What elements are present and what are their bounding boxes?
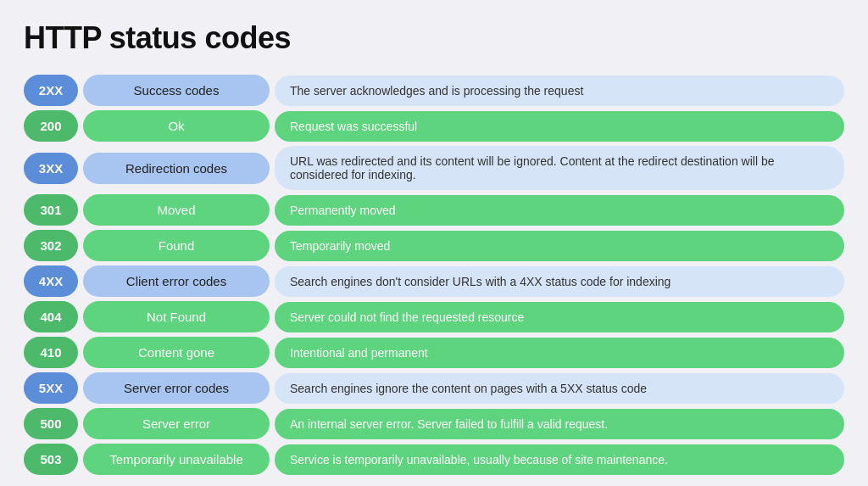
status-name: Content gone xyxy=(83,337,270,368)
table-row: 500Server errorAn internal server error.… xyxy=(24,408,844,439)
table-row: 410Content goneIntentional and permanent xyxy=(24,337,844,368)
status-code: 301 xyxy=(24,194,78,226)
status-name: Found xyxy=(83,230,270,261)
status-description: Intentional and permanent xyxy=(275,338,844,368)
status-code: 503 xyxy=(24,444,78,475)
status-description: Search engines ignore the content on pag… xyxy=(275,373,844,404)
status-code: 404 xyxy=(24,301,78,332)
status-description: URL was redirected and its content will … xyxy=(275,146,844,190)
status-code: 200 xyxy=(24,110,78,142)
status-description: The server acknowledges and is processin… xyxy=(275,75,844,106)
status-name: Temporarily unavailable xyxy=(83,444,270,475)
status-code: 410 xyxy=(24,337,78,368)
status-name: Server error xyxy=(83,408,270,439)
table-row: 302FoundTemporarily moved xyxy=(24,230,844,261)
status-description: Search engines don't consider URLs with … xyxy=(275,266,844,297)
table-row: 2XXSuccess codesThe server acknowledges … xyxy=(24,75,844,106)
status-description: Temporarily moved xyxy=(275,231,844,261)
table-row: 3XXRedirection codesURL was redirected a… xyxy=(24,146,844,190)
status-name: Server error codes xyxy=(83,372,270,404)
status-codes-table: 2XXSuccess codesThe server acknowledges … xyxy=(24,75,844,475)
status-description: Permanently moved xyxy=(275,195,844,226)
status-code: 3XX xyxy=(24,153,78,184)
status-description: Service is temporarily unavailable, usua… xyxy=(275,444,844,475)
status-code: 4XX xyxy=(24,265,78,297)
status-code: 500 xyxy=(24,408,78,439)
status-code: 2XX xyxy=(24,75,78,106)
status-name: Ok xyxy=(83,110,270,142)
status-name: Not Found xyxy=(83,301,270,332)
status-description: Server could not find the requested reso… xyxy=(275,302,844,332)
status-code: 5XX xyxy=(24,372,78,404)
table-row: 404Not FoundServer could not find the re… xyxy=(24,301,844,332)
table-row: 5XXServer error codesSearch engines igno… xyxy=(24,372,844,404)
status-name: Success codes xyxy=(83,75,270,106)
table-row: 4XXClient error codesSearch engines don'… xyxy=(24,265,844,297)
table-row: 503Temporarily unavailableService is tem… xyxy=(24,444,844,475)
status-name: Redirection codes xyxy=(83,153,270,184)
table-row: 200OkRequest was successful xyxy=(24,110,844,142)
status-name: Moved xyxy=(83,194,270,226)
status-description: An internal server error. Server failed … xyxy=(275,409,844,439)
page-title: HTTP status codes xyxy=(24,20,844,56)
table-row: 301MovedPermanently moved xyxy=(24,194,844,226)
status-code: 302 xyxy=(24,230,78,261)
status-name: Client error codes xyxy=(83,265,270,297)
status-description: Request was successful xyxy=(275,111,844,142)
